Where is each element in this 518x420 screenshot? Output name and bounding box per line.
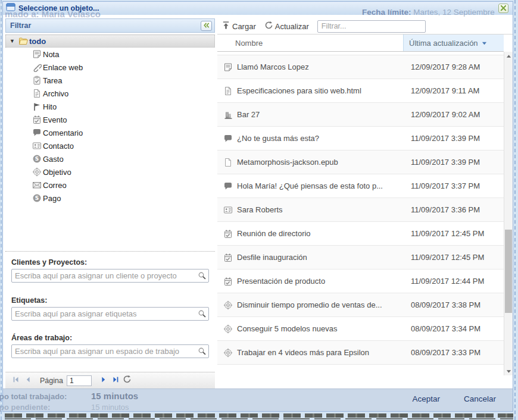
field-label: Áreas de trabajo: <box>11 334 209 342</box>
table-row[interactable]: Presentación de producto11/09/2017 12:44… <box>217 269 504 293</box>
field-group-etiquetas: Etiquetas: <box>11 296 209 321</box>
mail-icon <box>32 180 42 190</box>
tree-item-label: Tarea <box>43 76 63 85</box>
background-time-pending-label: po pendiente: <box>0 403 50 412</box>
company-building-icon <box>223 110 233 120</box>
accept-button[interactable]: Aceptar <box>412 394 440 403</box>
table-row[interactable]: Especificaciones para sitio web.html12/0… <box>217 79 504 103</box>
field-label: Clientes y Proyectos: <box>11 258 209 267</box>
background-time-pending-value: 15 minutos <box>91 403 129 412</box>
background-time-worked-label: po total trabajado: <box>0 392 67 401</box>
tree-root-todo[interactable]: ▼ todo <box>5 35 215 48</box>
row-updated: 08/09/2017 3:34 PM <box>405 324 504 333</box>
table-row[interactable]: ¿No te gusta más esta?11/09/2017 3:39 PM <box>217 127 504 151</box>
table-row[interactable]: Metamorphosis-jackson.epub11/09/2017 3:3… <box>217 151 504 174</box>
tree-item-nota[interactable]: Nota <box>5 48 215 61</box>
last-page-button[interactable] <box>110 375 121 387</box>
row-updated: 08/09/2017 3:38 PM <box>405 300 504 309</box>
tree-item-contacto[interactable]: Contacto <box>5 139 215 152</box>
tree-item-gasto[interactable]: SGasto <box>5 152 215 165</box>
table-row[interactable]: Conseguir 5 modelos nuevas08/09/2017 3:3… <box>217 317 504 341</box>
event-calendar-icon <box>223 253 233 262</box>
etiquetas-input[interactable] <box>11 307 209 321</box>
tree-item-enlace-web[interactable]: Enlace web <box>5 61 215 74</box>
tree-item-comentario[interactable]: Comentario <box>5 126 215 139</box>
note-icon <box>32 49 42 59</box>
tree-item-tarea[interactable]: Tarea <box>5 74 215 87</box>
row-updated: 12/09/2017 9:28 AM <box>405 62 504 71</box>
table-row[interactable]: Sara Roberts11/09/2017 3:36 PM <box>217 198 504 222</box>
cancel-button[interactable]: Cancelar <box>464 394 496 403</box>
folder-open-icon <box>18 36 28 46</box>
list-filter-input[interactable] <box>317 20 426 33</box>
first-page-button[interactable] <box>10 375 22 387</box>
object-list-panel: Cargar Actualizar Nombre Última actualiz… <box>217 18 513 388</box>
previous-page-icon <box>24 375 32 386</box>
event-calendar-icon <box>223 229 233 239</box>
tree-item-correo[interactable]: Correo <box>5 178 215 192</box>
column-header-nombre[interactable]: Nombre <box>217 35 403 51</box>
contact-card-icon <box>223 205 233 215</box>
table-row[interactable]: Disminuir tiempo promedio de ventas de..… <box>217 293 504 317</box>
background-clipped-text <box>5 413 513 418</box>
row-name: Sara Roberts <box>237 205 405 214</box>
background-dashed-border-left <box>1 0 2 420</box>
tree-item-pago[interactable]: SPago <box>5 192 215 205</box>
table-row[interactable]: Bar 2712/09/2017 9:02 AM <box>217 103 504 127</box>
row-name: Metamorphosis-jackson.epub <box>237 158 405 167</box>
tree-item-label: Nota <box>43 50 59 59</box>
tree-item-hito[interactable]: Hito <box>5 100 215 113</box>
close-icon <box>500 3 507 14</box>
field-group-clientes-y-proyectos: Clientes y Proyectos: <box>11 258 209 283</box>
table-row[interactable]: Llamó Marcos Lopez12/09/2017 9:28 AM <box>217 55 504 79</box>
svg-text:S: S <box>35 156 38 162</box>
row-name: Bar 27 <box>237 110 405 119</box>
tree-expand-arrow-icon[interactable]: ▼ <box>10 38 18 44</box>
row-name: Reunión de directorio <box>237 229 405 238</box>
scroll-down-button[interactable] <box>504 367 513 375</box>
goal-target-icon <box>223 348 233 358</box>
row-updated: 11/09/2017 12:45 PM <box>405 229 504 238</box>
note-icon <box>223 62 233 72</box>
table-row[interactable]: Trabajar en 4 videos más para Epsilon08/… <box>217 341 504 365</box>
tree-item-label: Gasto <box>43 155 64 164</box>
row-name: ¿No te gusta más esta? <box>237 134 405 143</box>
table-row[interactable]: Desfile inauguración11/09/2017 12:45 PM <box>217 246 504 269</box>
table-header: Nombre Última actualización <box>217 35 504 52</box>
close-button[interactable] <box>498 4 508 13</box>
refresh-button[interactable]: Actualizar <box>264 21 309 32</box>
double-chevron-left-icon <box>203 20 210 31</box>
pager-refresh-button[interactable] <box>121 375 133 387</box>
row-updated: 08/09/2017 3:33 PM <box>405 348 504 357</box>
file-blank-icon <box>223 158 233 167</box>
previous-page-button[interactable] <box>22 375 34 387</box>
next-page-icon <box>99 375 108 386</box>
row-name: Conseguir 5 modelos nuevas <box>237 324 405 333</box>
row-name: Desfile inauguración <box>237 253 405 262</box>
tree-item-label: Pago <box>43 194 61 203</box>
row-name: Hola María! ¿Qué piensas de esta foto p.… <box>237 181 405 190</box>
dialog-titlebar[interactable]: Seleccione un objeto... <box>3 2 513 15</box>
link-icon <box>32 62 42 72</box>
table-row[interactable]: Reunión de directorio11/09/2017 12:45 PM <box>217 222 504 246</box>
upload-button[interactable]: Cargar <box>221 21 256 32</box>
scroll-up-button[interactable] <box>504 52 513 60</box>
tree-item-label: Objetivo <box>43 168 71 177</box>
tree-item-archivo[interactable]: Archivo <box>5 87 215 100</box>
clientes-y-proyectos-input[interactable] <box>11 269 209 283</box>
background-time-worked-value: 15 minutos <box>91 391 138 401</box>
tree-item-label: Hito <box>43 102 57 111</box>
tree-item-objetivo[interactable]: Objetivo <box>5 165 215 178</box>
page-number-input[interactable] <box>67 375 92 386</box>
next-page-button[interactable] <box>98 375 110 387</box>
row-updated: 11/09/2017 3:39 PM <box>405 158 504 167</box>
table-row[interactable]: Hola María! ¿Qué piensas de esta foto p.… <box>217 174 504 198</box>
search-icon <box>198 309 207 321</box>
scrollbar-thumb[interactable] <box>505 230 512 313</box>
column-header-ultima-actualizacion[interactable]: Última actualización <box>403 35 504 51</box>
comment-icon <box>32 128 42 137</box>
tree-item-evento[interactable]: Evento <box>5 113 215 126</box>
list-scrollbar[interactable] <box>504 52 513 375</box>
areas-de-trabajo-input[interactable] <box>11 344 209 358</box>
collapse-panel-button[interactable] <box>201 21 212 31</box>
